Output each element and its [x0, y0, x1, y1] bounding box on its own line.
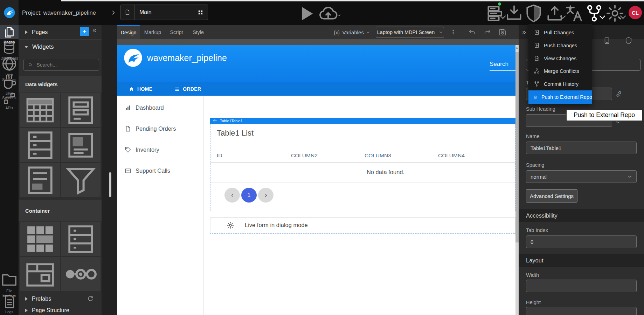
- toolbar-divider: [463, 27, 463, 37]
- coffee-icon: [0, 74, 19, 90]
- pagination-prev-button[interactable]: [224, 188, 240, 203]
- rail-item-web-services[interactable]: Web Services: [0, 55, 19, 72]
- sidenav-item-dashboard[interactable]: Dashboard: [117, 101, 204, 115]
- page-structure-header-row[interactable]: Page Structure: [19, 305, 102, 315]
- refresh-prefabs-icon[interactable]: [88, 296, 94, 302]
- accessibility-section-header[interactable]: Accessibility: [519, 209, 644, 222]
- title-bind-link-icon[interactable]: [615, 90, 622, 97]
- canvas-scrollbar-thumb[interactable]: [515, 52, 519, 242]
- move-handle-icon[interactable]: [213, 119, 217, 123]
- cloud-upload-icon: [318, 4, 338, 24]
- redo-icon[interactable]: [484, 28, 491, 36]
- sidenav-item-support-calls[interactable]: Support Calls: [117, 164, 204, 178]
- widget-tile-data-table[interactable]: Data Table: [20, 93, 60, 127]
- device-selector[interactable]: Laptop with MDPI Screen: [376, 27, 444, 38]
- advanced-settings-button[interactable]: Advanced Settings: [526, 189, 577, 203]
- gap-scrollbar-thumb[interactable]: [109, 172, 111, 197]
- scrollbar-up-arrow-icon[interactable]: [516, 47, 518, 49]
- rail-item-pages[interactable]: Pages: [0, 25, 19, 39]
- menu-item-merge-conflicts[interactable]: Merge Conflicts: [528, 64, 592, 77]
- topbar: Project: wavemaker_pipeline Main Preview…: [0, 0, 644, 25]
- app-header[interactable]: wavemaker_pipeline Search: [117, 45, 515, 82]
- column-header-column4[interactable]: COLUMN4: [438, 152, 465, 159]
- collapse-panel-icon[interactable]: [92, 28, 97, 33]
- tab-index-input[interactable]: 0: [526, 235, 637, 248]
- widget-tile-accordion[interactable]: Accordion: [61, 222, 101, 256]
- menu-item-push-to-external-repo[interactable]: Push to External Repo: [528, 90, 592, 104]
- menu-item-pull-changes[interactable]: Pull Changes: [528, 26, 592, 39]
- width-input[interactable]: [526, 280, 637, 292]
- pagination-page-1-button[interactable]: 1: [241, 188, 257, 203]
- live-form-dialog-bar[interactable]: Live form in dialog mode: [210, 217, 515, 233]
- widgets-caret-icon: [25, 46, 28, 48]
- table-widget[interactable]: Table1 List ID COLUMN2 COLUMN3 COLUMN4 N…: [210, 124, 515, 211]
- canvas-scrollbar[interactable]: [515, 45, 519, 315]
- save-icon[interactable]: [498, 28, 507, 36]
- tab-design[interactable]: Design: [117, 25, 140, 39]
- column-header-id[interactable]: ID: [217, 152, 222, 159]
- rail-item-logs[interactable]: Logs: [0, 294, 19, 309]
- variables-button[interactable]: {x} Variables: [334, 25, 370, 39]
- menu-item-push-changes[interactable]: Push Changes: [528, 39, 592, 52]
- sidenav-item-pending-orders[interactable]: Pending Orders: [117, 122, 204, 136]
- widget-tile-form[interactable]: Form: [61, 93, 101, 127]
- column-header-column3[interactable]: COLUMN3: [365, 152, 391, 159]
- widget-tile-cards[interactable]: Cards: [61, 128, 101, 162]
- undo-icon[interactable]: [468, 28, 476, 36]
- page-file-icon: [121, 5, 134, 20]
- widget-tile-grid-layout[interactable]: Grid Layout: [20, 222, 60, 256]
- widget-tile-list[interactable]: List: [20, 128, 60, 162]
- nav-item-home[interactable]: HOME: [129, 82, 153, 96]
- rail-item-apis[interactable]: APIs: [0, 92, 19, 105]
- live-form-icon: [20, 163, 60, 197]
- gear-icon: [227, 221, 234, 229]
- canvas-top-band: [117, 39, 519, 45]
- widget-search-input[interactable]: Search...: [23, 59, 99, 71]
- shield-outline-icon[interactable]: [625, 37, 632, 44]
- spacing-select[interactable]: normal: [526, 170, 637, 183]
- panel-canvas-gap: [102, 25, 117, 315]
- device-chevron-icon: [439, 30, 443, 34]
- expand-panel-icon[interactable]: [521, 30, 527, 35]
- widgets-header-row[interactable]: Widgets: [19, 39, 102, 55]
- add-page-button[interactable]: +: [80, 27, 89, 36]
- column-header-column2[interactable]: COLUMN2: [291, 152, 318, 159]
- order-list-icon: [174, 87, 180, 92]
- prefabs-caret-icon: [25, 297, 28, 301]
- play-icon: [296, 4, 316, 24]
- selected-widget-tag[interactable]: Table1Table1: [210, 118, 515, 124]
- pagination-next-button[interactable]: [258, 188, 273, 203]
- grid-layout-icon: [20, 222, 60, 256]
- tab-markup[interactable]: Markup: [140, 25, 165, 39]
- sidenav-item-inventory[interactable]: Inventory: [117, 143, 204, 157]
- grid-view-icon[interactable]: [198, 9, 203, 15]
- tab-script[interactable]: Script: [165, 25, 188, 39]
- height-input[interactable]: [526, 307, 637, 315]
- rail-item-java-services[interactable]: Java Services: [0, 74, 19, 90]
- dashboard-icon: [125, 104, 131, 111]
- name-input[interactable]: Table1Table1: [526, 142, 637, 154]
- layout-section-header[interactable]: Layout: [519, 254, 644, 267]
- menu-item-commit-history[interactable]: Commit History: [528, 77, 592, 90]
- page-tab-main[interactable]: Main: [120, 5, 208, 20]
- nav-item-order[interactable]: ORDER: [174, 82, 201, 96]
- widget-tile-live-filter[interactable]: Live Filter: [61, 163, 101, 197]
- rail-item-databases[interactable]: Databases: [0, 41, 19, 55]
- rail-item-file-explorer[interactable]: File Explorer: [0, 271, 19, 288]
- user-avatar[interactable]: CL: [629, 6, 642, 19]
- menu-item-view-changes[interactable]: View Changes: [528, 52, 592, 65]
- form-icon: [61, 93, 101, 127]
- pages-header-row[interactable]: Pages +: [19, 25, 102, 40]
- app-search-link[interactable]: Search: [490, 61, 508, 68]
- tab-style[interactable]: Style: [188, 25, 209, 39]
- prefabs-header-row[interactable]: Prefabs: [19, 293, 102, 304]
- deploy-chevron-icon[interactable]: [337, 13, 341, 17]
- wavemaker-logo[interactable]: [0, 0, 19, 25]
- device-preview-icon[interactable]: [603, 37, 611, 44]
- widget-tile-wizard[interactable]: Wizard: [61, 257, 101, 291]
- name-label: Name: [526, 133, 540, 139]
- widget-tile-tabs[interactable]: Tabs: [20, 257, 60, 291]
- kebab-menu-icon[interactable]: [450, 28, 456, 36]
- widget-tile-live-form[interactable]: Live Form: [20, 163, 60, 197]
- pages-icon: [0, 26, 19, 39]
